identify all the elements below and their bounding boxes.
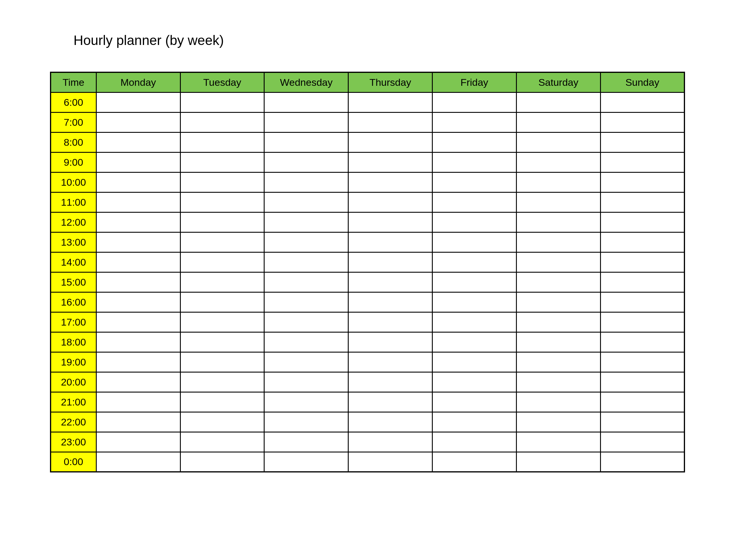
planner-cell[interactable]: [600, 272, 684, 292]
planner-cell[interactable]: [264, 432, 348, 452]
planner-cell[interactable]: [180, 412, 264, 432]
planner-cell[interactable]: [96, 432, 180, 452]
planner-cell[interactable]: [348, 292, 433, 312]
planner-cell[interactable]: [600, 332, 684, 352]
planner-cell[interactable]: [348, 392, 433, 412]
planner-cell[interactable]: [96, 172, 180, 192]
planner-cell[interactable]: [432, 292, 516, 312]
planner-cell[interactable]: [264, 232, 348, 252]
planner-cell[interactable]: [180, 292, 264, 312]
planner-cell[interactable]: [432, 172, 516, 192]
planner-cell[interactable]: [264, 212, 348, 232]
planner-cell[interactable]: [516, 312, 600, 332]
planner-cell[interactable]: [348, 412, 433, 432]
planner-cell[interactable]: [96, 452, 180, 472]
planner-cell[interactable]: [516, 372, 600, 392]
planner-cell[interactable]: [264, 92, 348, 112]
planner-cell[interactable]: [96, 92, 180, 112]
planner-cell[interactable]: [348, 252, 433, 272]
planner-cell[interactable]: [96, 412, 180, 432]
planner-cell[interactable]: [180, 172, 264, 192]
planner-cell[interactable]: [516, 172, 600, 192]
planner-cell[interactable]: [264, 272, 348, 292]
planner-cell[interactable]: [96, 272, 180, 292]
planner-cell[interactable]: [516, 412, 600, 432]
planner-cell[interactable]: [96, 152, 180, 172]
planner-cell[interactable]: [348, 372, 433, 392]
planner-cell[interactable]: [516, 432, 600, 452]
planner-cell[interactable]: [264, 132, 348, 152]
planner-cell[interactable]: [348, 152, 433, 172]
planner-cell[interactable]: [180, 272, 264, 292]
planner-cell[interactable]: [600, 112, 684, 132]
planner-cell[interactable]: [600, 292, 684, 312]
planner-cell[interactable]: [180, 192, 264, 212]
planner-cell[interactable]: [516, 292, 600, 312]
planner-cell[interactable]: [600, 232, 684, 252]
planner-cell[interactable]: [96, 232, 180, 252]
planner-cell[interactable]: [96, 212, 180, 232]
planner-cell[interactable]: [432, 412, 516, 432]
planner-cell[interactable]: [516, 272, 600, 292]
planner-cell[interactable]: [600, 432, 684, 452]
planner-cell[interactable]: [264, 312, 348, 332]
planner-cell[interactable]: [180, 392, 264, 412]
planner-cell[interactable]: [264, 372, 348, 392]
planner-cell[interactable]: [432, 232, 516, 252]
planner-cell[interactable]: [516, 392, 600, 412]
planner-cell[interactable]: [348, 352, 433, 372]
planner-cell[interactable]: [180, 152, 264, 172]
planner-cell[interactable]: [432, 132, 516, 152]
planner-cell[interactable]: [96, 312, 180, 332]
planner-cell[interactable]: [180, 212, 264, 232]
planner-cell[interactable]: [432, 192, 516, 212]
planner-cell[interactable]: [348, 432, 433, 452]
planner-cell[interactable]: [180, 252, 264, 272]
planner-cell[interactable]: [180, 112, 264, 132]
planner-cell[interactable]: [600, 352, 684, 372]
planner-cell[interactable]: [264, 392, 348, 412]
planner-cell[interactable]: [600, 92, 684, 112]
planner-cell[interactable]: [432, 152, 516, 172]
planner-cell[interactable]: [432, 312, 516, 332]
planner-cell[interactable]: [348, 272, 433, 292]
planner-cell[interactable]: [516, 252, 600, 272]
planner-cell[interactable]: [264, 332, 348, 352]
planner-cell[interactable]: [516, 152, 600, 172]
planner-cell[interactable]: [600, 152, 684, 172]
planner-cell[interactable]: [348, 92, 433, 112]
planner-cell[interactable]: [432, 112, 516, 132]
planner-cell[interactable]: [180, 452, 264, 472]
planner-cell[interactable]: [264, 152, 348, 172]
planner-cell[interactable]: [264, 112, 348, 132]
planner-cell[interactable]: [264, 412, 348, 432]
planner-cell[interactable]: [348, 332, 433, 352]
planner-cell[interactable]: [516, 332, 600, 352]
planner-cell[interactable]: [96, 292, 180, 312]
planner-cell[interactable]: [516, 352, 600, 372]
planner-cell[interactable]: [180, 332, 264, 352]
planner-cell[interactable]: [264, 352, 348, 372]
planner-cell[interactable]: [96, 252, 180, 272]
planner-cell[interactable]: [264, 292, 348, 312]
planner-cell[interactable]: [600, 192, 684, 212]
planner-cell[interactable]: [180, 312, 264, 332]
planner-cell[interactable]: [180, 232, 264, 252]
planner-cell[interactable]: [348, 192, 433, 212]
planner-cell[interactable]: [516, 212, 600, 232]
planner-cell[interactable]: [180, 352, 264, 372]
planner-cell[interactable]: [516, 92, 600, 112]
planner-cell[interactable]: [180, 92, 264, 112]
planner-cell[interactable]: [432, 332, 516, 352]
planner-cell[interactable]: [600, 372, 684, 392]
planner-cell[interactable]: [348, 132, 433, 152]
planner-cell[interactable]: [96, 332, 180, 352]
planner-cell[interactable]: [96, 352, 180, 372]
planner-cell[interactable]: [348, 172, 433, 192]
planner-cell[interactable]: [600, 392, 684, 412]
planner-cell[interactable]: [516, 132, 600, 152]
planner-cell[interactable]: [600, 132, 684, 152]
planner-cell[interactable]: [96, 192, 180, 212]
planner-cell[interactable]: [96, 372, 180, 392]
planner-cell[interactable]: [432, 432, 516, 452]
